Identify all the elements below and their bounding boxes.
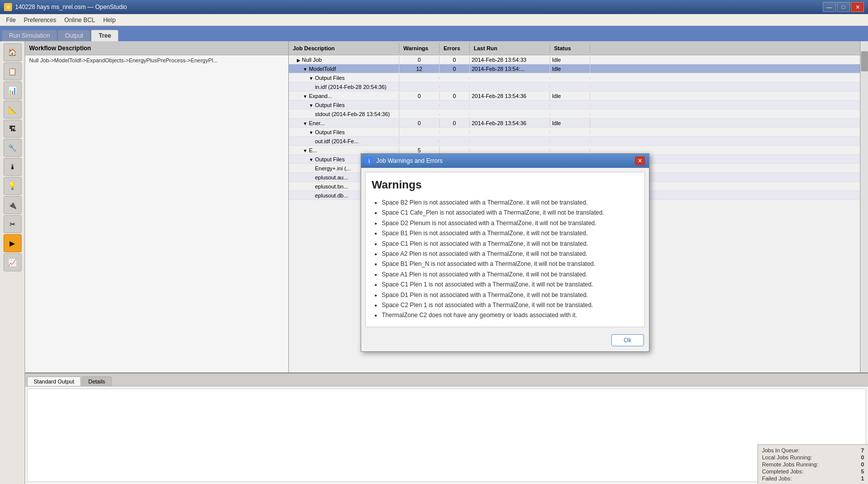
failed-jobs-label: Failed Jobs: xyxy=(762,475,792,481)
dialog-footer: Ok xyxy=(361,331,649,351)
list-item: Space A1 Plen is not associated with a T… xyxy=(382,269,638,279)
list-item: Space B2 Plen is not associated with a T… xyxy=(382,198,638,208)
tab-details[interactable]: Details xyxy=(82,376,112,386)
menu-file[interactable]: File xyxy=(2,16,20,25)
dialog-icon: i xyxy=(365,157,373,165)
sidebar-icon-chart[interactable]: 📊 xyxy=(4,81,22,100)
sidebar: 🏠 📋 📊 📐 🏗 🔧 🌡 💡 🔌 ✂ ▶ 📈 xyxy=(0,41,25,484)
sidebar-icon-run[interactable]: ▶ xyxy=(4,234,22,252)
tree-row[interactable]: stdout (2014-Feb-28 13:54:36) xyxy=(289,110,860,119)
remote-jobs-value: 0 xyxy=(861,461,864,467)
vertical-scrollbar[interactable] xyxy=(860,41,868,372)
tree-col-status: Status xyxy=(550,43,590,53)
jobs-in-queue-value: 7 xyxy=(861,447,864,453)
tree-header: Job Description Warnings Errors Last Run… xyxy=(289,41,860,55)
tab-tree[interactable]: Tree xyxy=(91,30,119,41)
warnings-dialog: i Job Warnings and Errors ✕ Warnings Spa… xyxy=(361,153,649,352)
list-item: Space D1 Plen is not associated with a T… xyxy=(382,290,638,300)
menu-online-bcl[interactable]: Online BCL xyxy=(60,16,99,25)
tree-col-lastrun: Last Run xyxy=(470,43,550,53)
tree-row[interactable]: ▼Output Files xyxy=(289,101,860,110)
tree-row[interactable]: out.idf (2014-Fe... xyxy=(289,137,860,146)
list-item: Space B1 Plen is not associated with a T… xyxy=(382,228,638,238)
list-item: Space C1 Cafe_Plen is not associated wit… xyxy=(382,208,638,218)
workflow-left-panel: Workflow Description Null Job->ModelToId… xyxy=(25,41,289,372)
dialog-title-bar: i Job Warnings and Errors ✕ xyxy=(361,154,649,168)
menu-bar: File Preferences Online BCL Help xyxy=(0,14,868,26)
sidebar-icon-thermal[interactable]: 🌡 xyxy=(4,158,22,176)
local-jobs-value: 0 xyxy=(861,454,864,460)
tree-row[interactable]: ▼Expand... 0 0 2014-Feb-28 13:54:36 Idle xyxy=(289,91,860,101)
bottom-tabs: Standard Output Details xyxy=(25,373,868,386)
sidebar-icon-geometry[interactable]: 📐 xyxy=(4,101,22,119)
tab-bar: Run Simulation Output Tree xyxy=(0,26,868,41)
dialog-ok-button[interactable]: Ok xyxy=(611,334,644,346)
close-button[interactable]: ✕ xyxy=(851,2,864,12)
dialog-heading: Warnings xyxy=(372,178,638,191)
window-title: 140228 hays ms_nrel.osm — OpenStudio xyxy=(15,4,127,11)
sidebar-icon-home[interactable]: 🏠 xyxy=(4,43,22,61)
menu-preferences[interactable]: Preferences xyxy=(20,16,60,25)
minimize-button[interactable]: — xyxy=(823,2,836,12)
list-item: Space B1 Plen_N is not associated with a… xyxy=(382,259,638,269)
jobs-in-queue-label: Jobs In Queue: xyxy=(762,447,800,453)
bottom-section: Standard Output Details xyxy=(25,373,868,484)
list-item: Space C2 Plen 1 is not associated with a… xyxy=(382,300,638,310)
local-jobs-label: Local Jobs Running: xyxy=(762,454,812,460)
sidebar-icon-results[interactable]: 📈 xyxy=(4,253,22,271)
tab-output[interactable]: Output xyxy=(58,30,90,41)
list-item: ThermalZone C2 does not have any geometr… xyxy=(382,310,638,320)
sidebar-icon-building[interactable]: 🏗 xyxy=(4,120,22,138)
tree-col-warnings: Warnings xyxy=(399,43,440,53)
tab-standard-output[interactable]: Standard Output xyxy=(27,376,81,386)
title-bar: ⚙ 140228 hays ms_nrel.osm — OpenStudio —… xyxy=(0,0,868,14)
tree-col-desc: Job Description xyxy=(289,43,399,53)
tree-col-errors: Errors xyxy=(440,43,470,53)
scrollbar-thumb[interactable] xyxy=(861,51,868,71)
failed-jobs-value: 1 xyxy=(861,475,864,481)
tree-row[interactable]: ▼Ener... 0 0 2014-Feb-28 13:54:36 Idle xyxy=(289,119,860,128)
tree-row[interactable]: ▼ModelToIdf 12 0 2014-Feb-28 13:54:... I… xyxy=(289,64,860,73)
remote-jobs-label: Remote Jobs Running: xyxy=(762,461,818,467)
dialog-title-text: Job Warnings and Errors xyxy=(376,157,443,164)
list-item: Space D2 Plenum is not associated with a… xyxy=(382,218,638,228)
maximize-button[interactable]: □ xyxy=(837,2,850,12)
list-item: Space C1 Plen is not associated with a T… xyxy=(382,239,638,249)
app-icon: ⚙ xyxy=(4,3,12,11)
tree-row[interactable]: ▼Output Files xyxy=(289,128,860,137)
dialog-close-button[interactable]: ✕ xyxy=(635,156,645,165)
bottom-output-content xyxy=(27,389,866,482)
sidebar-icon-hvac[interactable]: 🔧 xyxy=(4,139,22,157)
completed-jobs-value: 5 xyxy=(861,468,864,474)
workflow-item[interactable]: Null Job->ModelToIdf->ExpandObjects->Ene… xyxy=(25,55,288,65)
completed-jobs-label: Completed Jobs: xyxy=(762,468,804,474)
sidebar-icon-clipboard[interactable]: 📋 xyxy=(4,62,22,80)
list-item: Space A2 Plen is not associated with a T… xyxy=(382,249,638,259)
tree-row[interactable]: ▼Output Files xyxy=(289,73,860,82)
dialog-body: Warnings Space B2 Plen is not associated… xyxy=(365,172,645,327)
sidebar-icon-lighting[interactable]: 💡 xyxy=(4,177,22,195)
tree-row[interactable]: in.idf (2014-Feb-28 20:54:36) xyxy=(289,82,860,91)
tab-run-simulation[interactable]: Run Simulation xyxy=(2,30,57,41)
workflow-left-header: Workflow Description xyxy=(25,41,288,55)
sidebar-icon-electric[interactable]: 🔌 xyxy=(4,196,22,214)
sidebar-icon-measures[interactable]: ✂ xyxy=(4,215,22,233)
status-bar: Jobs In Queue: 7 Local Jobs Running: 0 R… xyxy=(757,444,868,484)
list-item: Space C1 Plen 1 is not associated with a… xyxy=(382,279,638,289)
menu-help[interactable]: Help xyxy=(99,16,120,25)
window-controls: — □ ✕ xyxy=(823,2,864,12)
dialog-warnings-list: Space B2 Plen is not associated with a T… xyxy=(372,198,638,321)
tree-row[interactable]: ▶Null Job 0 0 2014-Feb-28 13:54:33 Idle xyxy=(289,55,860,64)
